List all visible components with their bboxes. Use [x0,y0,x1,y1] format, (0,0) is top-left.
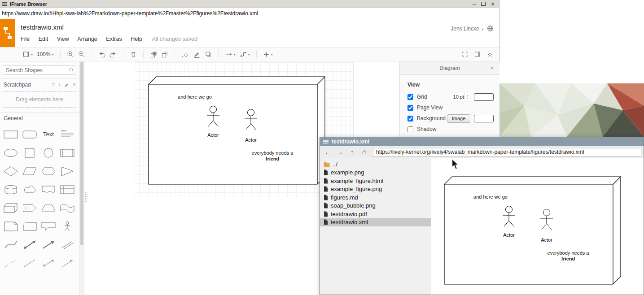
hamburger-menu-icon[interactable] [323,139,329,144]
shape-process[interactable] [58,143,77,162]
tab-diagram[interactable]: Diagram [439,65,460,71]
background-image-button[interactable]: Image [447,114,470,123]
menu-extras[interactable]: Extras [106,36,122,42]
shape-callout[interactable] [39,217,58,235]
shape-hexagon[interactable] [39,162,58,180]
forward-button[interactable]: → [334,148,346,157]
to-front-button[interactable] [150,51,157,58]
list-item-parent-dir[interactable]: ../ [320,160,431,169]
shadow-button[interactable] [205,51,212,58]
format-panel-toggle-button[interactable] [474,51,481,58]
fill-color-button[interactable] [181,51,189,58]
shape-card[interactable] [20,217,39,235]
list-item-file[interactable]: example.png [320,169,431,177]
shape-curve[interactable] [1,235,20,254]
spinner-arrows[interactable]: ▴ ▾ [464,93,469,101]
zoom-level-dropdown[interactable]: 100% ▾ [37,51,54,57]
shape-parallelogram[interactable] [20,162,39,180]
shape-text[interactable]: Text [39,125,58,143]
fullscreen-button[interactable] [461,51,469,58]
hamburger-menu-icon[interactable] [2,2,7,6]
search-shapes-input[interactable] [3,65,76,75]
note-text[interactable]: and here we go [178,94,212,100]
user-menu[interactable]: Jens Lincke ▾ [451,26,483,32]
shape-circle[interactable] [39,143,58,162]
grid-size-input[interactable]: 10 pt ▴ ▾ [450,93,470,101]
shape-step[interactable] [20,199,39,217]
general-section-header[interactable]: General [0,113,79,123]
sidebar-scrollbar[interactable] [80,61,84,295]
list-item-file[interactable]: soap_bubble.png [320,202,431,210]
undo-button[interactable] [98,51,105,58]
list-item-file[interactable]: testdrawio.pdf [320,210,431,218]
shape-cylinder[interactable] [1,180,20,199]
menu-edit[interactable]: Edit [39,36,48,42]
close-icon[interactable]: × [491,1,495,7]
page-view-checkbox[interactable] [407,105,413,111]
to-back-button[interactable] [161,51,168,58]
minimize-icon[interactable]: – [473,1,476,7]
connection-style-button[interactable]: ▾ [225,51,236,58]
sidebar-collapse-grip[interactable] [85,192,88,202]
language-globe-icon[interactable] [487,25,494,32]
scratchpad-dropzone[interactable]: Drag elements here [3,91,76,108]
shape-diamond[interactable] [1,162,20,180]
address-input[interactable] [0,8,499,19]
menu-arrange[interactable]: Arrange [77,36,97,42]
shape-rounded-rectangle[interactable] [20,125,39,143]
shape-triangle[interactable] [58,162,77,180]
grid-color-swatch[interactable] [474,93,494,101]
shape-cloud[interactable] [20,180,39,199]
zoom-out-button[interactable] [78,51,85,58]
menu-help[interactable]: Help [131,36,142,42]
shape-actor[interactable] [58,217,77,235]
shape-cube[interactable] [1,199,20,217]
insert-button[interactable]: ▾ [263,51,273,58]
zoom-in-button[interactable] [67,51,74,58]
page-view-button[interactable]: ▾ [22,51,33,58]
diagram[interactable]: and here we go Actor Actor everybody nee… [148,76,326,187]
shape-line[interactable] [20,254,39,272]
redo-button[interactable] [110,51,117,58]
shape-bidirectional-arrow[interactable] [20,235,39,254]
collapse-toolbar-button[interactable] [486,51,494,58]
list-item-file[interactable]: figures.md [320,193,431,202]
back-button[interactable]: ← [322,148,333,157]
background-color-swatch[interactable] [474,115,494,122]
shape-square[interactable] [20,143,39,162]
up-button[interactable]: ↑ [346,148,358,157]
grid-checkbox[interactable] [407,94,413,100]
shape-textbox[interactable] [58,125,77,143]
scratchpad-header[interactable]: Scratchpad ? + × [0,79,79,91]
list-item-file-selected[interactable]: testdrawio.xml [320,218,431,227]
shape-link[interactable] [58,235,77,254]
scratchpad-help-icon[interactable]: ? [52,82,54,87]
scratchpad-close-icon[interactable]: × [73,82,76,88]
panel-close-icon[interactable]: × [490,65,494,71]
shape-document[interactable] [39,180,58,199]
shape-directional-connector[interactable] [58,254,77,272]
maximize-icon[interactable] [481,2,486,6]
line-color-button[interactable] [193,50,201,59]
delete-button[interactable] [130,51,137,58]
shape-dashed-line[interactable] [1,254,20,272]
scratchpad-edit-icon[interactable] [65,82,69,87]
shape-internal-storage[interactable] [58,180,77,199]
waypoints-button[interactable]: ▾ [240,51,250,58]
list-item-file[interactable]: example_figure.html [320,177,431,185]
list-item-file[interactable]: example_figure.png [320,185,431,194]
background-checkbox[interactable] [407,116,413,121]
shape-trapezoid[interactable] [39,199,58,217]
shape-note[interactable] [1,217,20,235]
window-titlebar[interactable]: iFrame Browser – × [0,0,499,8]
menu-view[interactable]: View [57,36,69,42]
shape-bidirectional-connector[interactable] [39,254,58,272]
shape-rectangle[interactable] [1,125,20,143]
menu-file[interactable]: File [21,36,30,42]
scrollbar-thumb[interactable] [80,62,83,245]
scratchpad-add-icon[interactable]: + [58,82,61,87]
home-button[interactable]: ⌂ [359,148,370,157]
shape-ellipse[interactable] [1,143,20,162]
shape-arrow[interactable] [39,235,58,254]
shadow-checkbox[interactable] [407,126,413,132]
